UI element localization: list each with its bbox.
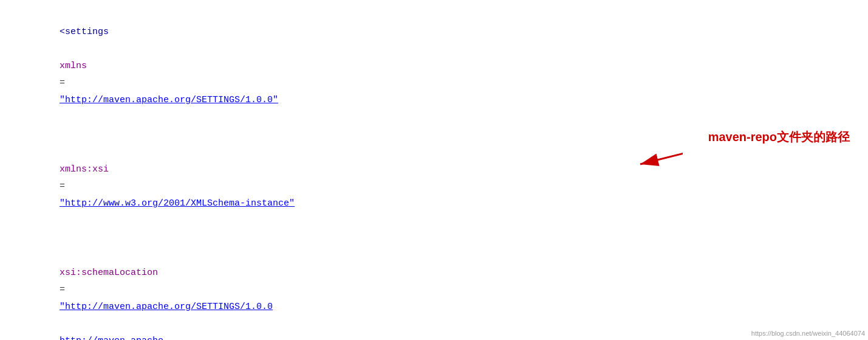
code-line-1: <settings xmlns = "http://maven.apache.o… [0,6,868,127]
line-content-3: xsi:schemaLocation = "http://maven.apach… [11,231,868,340]
code-line-3: xsi:schemaLocation = "http://maven.apach… [0,230,868,340]
watermark: https://blog.csdn.net/weixin_44064074 [751,330,865,337]
code-area: <settings xmlns = "http://maven.apache.o… [0,6,868,340]
line-content-1: <settings xmlns = "http://maven.apache.o… [11,7,868,126]
code-line-2: xmlns:xsi = "http://www.w3.org/2001/XMLS… [0,127,868,230]
code-container: <settings xmlns = "http://maven.apache.o… [0,0,868,340]
line-content-2: xmlns:xsi = "http://www.w3.org/2001/XMLS… [11,127,868,229]
